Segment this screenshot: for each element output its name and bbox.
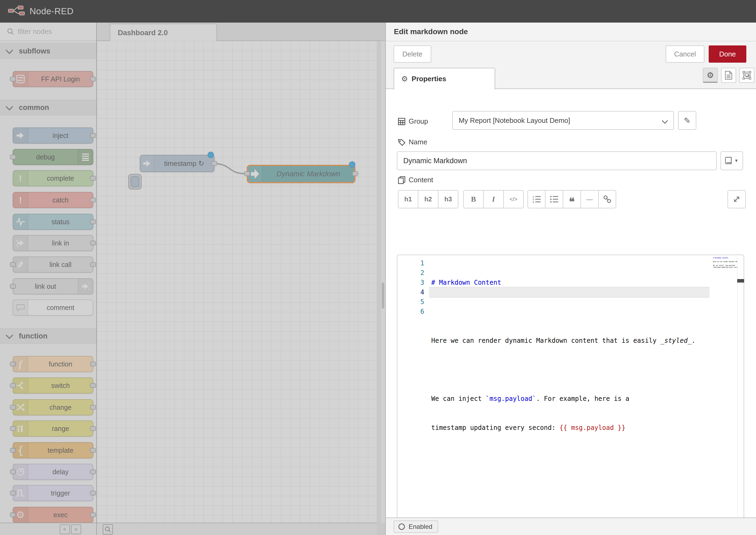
expand-editor-button[interactable] — [727, 190, 746, 208]
group-select[interactable]: My Report [Notebook Layout Demo] — [452, 111, 674, 130]
search-icon — [7, 28, 14, 35]
collapse-all-button[interactable]: « — [60, 524, 70, 534]
svg-text:2: 2 — [533, 198, 534, 201]
flow-node-dynamic-markdown[interactable]: Dynamic Markdown — [247, 165, 355, 183]
horizontal-rule-button[interactable]: — — [581, 190, 599, 208]
edit-group-button[interactable]: ✎ — [678, 111, 696, 130]
output-port — [90, 198, 96, 203]
delete-button[interactable]: Delete — [394, 45, 431, 63]
palette-category-subflows[interactable]: subflows — [0, 43, 96, 59]
name-docs-button[interactable]: ▼ — [720, 151, 743, 170]
palette-node-function[interactable]: f function — [13, 356, 93, 372]
expand-icon — [733, 195, 741, 203]
name-field-label: Name — [398, 138, 427, 146]
palette-node-trigger[interactable]: trigger — [13, 485, 93, 501]
output-port — [90, 240, 96, 245]
exclamation-icon: ! — [13, 192, 28, 208]
scrollbar-thumb[interactable] — [382, 283, 384, 309]
canvas-search-button[interactable] — [103, 524, 113, 534]
search-icon — [104, 526, 111, 533]
output-port[interactable] — [352, 171, 358, 176]
link-in-icon — [13, 236, 28, 251]
function-f-icon: f — [13, 356, 28, 372]
output-port — [90, 469, 96, 474]
output-port — [90, 383, 96, 388]
markdown-widget-icon — [248, 166, 263, 182]
heading3-button[interactable]: h3 — [438, 190, 459, 208]
palette-node-ff-api-login[interactable]: FF API Login — [13, 71, 93, 87]
input-port — [10, 383, 16, 388]
tray-header: Edit markdown node — [386, 23, 756, 41]
input-port — [10, 469, 16, 474]
output-port[interactable] — [211, 161, 217, 166]
tab-appearance-button[interactable] — [739, 68, 754, 83]
input-port — [10, 262, 16, 267]
output-port — [90, 176, 96, 181]
palette-node-template[interactable]: { template — [13, 442, 93, 458]
palette-node-inject[interactable]: inject — [13, 127, 93, 144]
heading2-button[interactable]: h2 — [418, 190, 438, 208]
caret-down-icon: ▼ — [734, 158, 739, 163]
palette-node-status[interactable]: status — [13, 214, 93, 230]
output-port — [90, 133, 96, 138]
flow-node-timestamp[interactable]: timestamp ↻ — [140, 155, 214, 172]
palette-filter-input[interactable] — [18, 27, 88, 36]
content-field-label: Content — [398, 176, 433, 184]
link-out-icon — [78, 279, 93, 294]
tab-dashboard-2[interactable]: Dashboard 2.0 — [110, 24, 217, 42]
palette-node-exec[interactable]: ⚙ exec — [13, 507, 93, 523]
node-red-logo-icon — [8, 5, 26, 17]
palette-node-debug[interactable]: debug — [13, 149, 93, 165]
palette-search[interactable] — [0, 23, 96, 41]
wire-timestamp-to-markdown[interactable] — [214, 164, 245, 174]
palette-node-catch[interactable]: ! catch — [13, 192, 93, 208]
ordered-list-button[interactable]: 123 — [527, 190, 545, 208]
editor-minimap[interactable]: # Markdown Content Here we can render dy… — [713, 257, 738, 275]
palette-node-link-in[interactable]: link in — [13, 235, 93, 251]
canvas-vertical-scrollbar[interactable] — [381, 41, 385, 522]
palette-node-complete[interactable]: ! complete — [13, 170, 93, 186]
code-line-4 — [431, 365, 695, 375]
palette-category-common[interactable]: common — [0, 100, 96, 115]
name-input[interactable] — [397, 151, 717, 170]
input-port[interactable] — [244, 171, 250, 176]
flow-canvas[interactable]: timestamp ↻ Dynamic Markdown — [97, 41, 377, 522]
tab-properties[interactable]: ⚙ Properties — [394, 68, 495, 90]
layout-appearance-icon — [742, 71, 751, 80]
tab-properties-icon-button[interactable]: ⚙ — [703, 68, 718, 83]
palette-node-link-call[interactable]: link call — [13, 257, 93, 273]
bold-button[interactable]: B — [463, 190, 483, 208]
palette-node-link-out[interactable]: link out — [13, 278, 93, 295]
palette-node-comment[interactable]: comment — [13, 299, 93, 316]
input-port — [10, 77, 16, 81]
palette-node-range[interactable]: range — [13, 420, 93, 436]
book-icon — [725, 157, 732, 165]
palette-category-function[interactable]: function — [0, 328, 96, 344]
palette-node-delay[interactable]: delay — [13, 464, 93, 480]
output-port — [90, 512, 96, 517]
pulse-icon — [13, 214, 28, 229]
palette-node-switch[interactable]: switch — [13, 378, 93, 394]
unordered-list-button[interactable] — [545, 190, 563, 208]
blockquote-button[interactable]: ❝ — [563, 190, 581, 208]
tab-description-button[interactable] — [721, 68, 736, 83]
cancel-button[interactable]: Cancel — [666, 45, 704, 63]
code-line-1: # Markdown Content — [431, 278, 695, 287]
inject-run-button-inner — [131, 176, 139, 187]
done-button[interactable]: Done — [709, 45, 746, 63]
expand-all-button[interactable]: » — [71, 524, 81, 534]
input-port — [10, 491, 16, 495]
code-content[interactable]: # Markdown Content Here we can render dy… — [431, 258, 695, 452]
overview-ruler — [737, 257, 738, 535]
enabled-toggle-button[interactable]: Enabled — [394, 521, 438, 533]
inject-run-button[interactable] — [128, 174, 142, 189]
copy-pages-icon — [398, 176, 406, 184]
italic-button[interactable]: I — [483, 190, 504, 208]
palette-node-change[interactable]: change — [13, 399, 93, 415]
input-port — [10, 284, 16, 289]
markdown-code-editor[interactable]: 1 2 3 4 5 6 # Markdown Content Here we c… — [397, 255, 744, 535]
link-button[interactable] — [599, 190, 616, 208]
document-icon — [725, 71, 732, 80]
heading1-button[interactable]: h1 — [398, 190, 418, 208]
code-button[interactable]: </> — [504, 190, 524, 208]
